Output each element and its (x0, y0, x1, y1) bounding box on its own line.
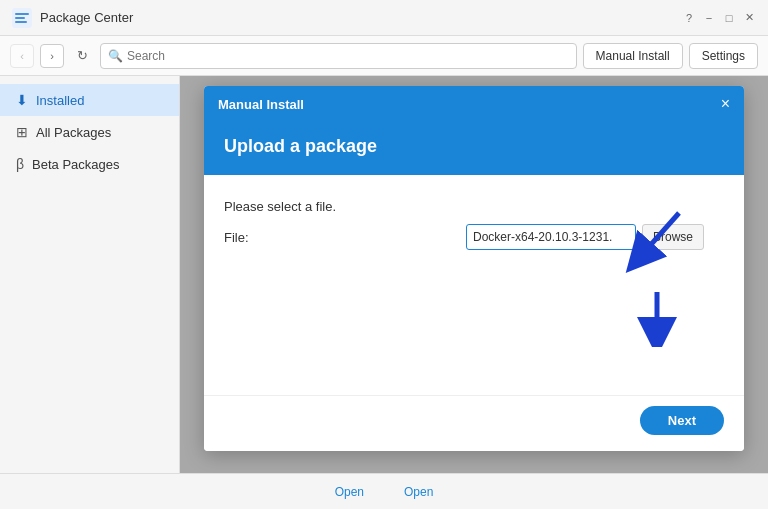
toolbar: ‹ › ↻ 🔍 Manual Install Settings (0, 36, 768, 76)
file-text-input[interactable] (466, 224, 636, 250)
bottom-link-1[interactable]: Open (335, 485, 364, 499)
sidebar-label-installed: Installed (36, 93, 84, 108)
search-input[interactable] (100, 43, 577, 69)
modal-title: Upload a package (224, 136, 724, 157)
refresh-button[interactable]: ↻ (70, 44, 94, 68)
select-file-label: Please select a file. (224, 199, 336, 214)
svg-rect-3 (15, 21, 27, 23)
grid-icon: ⊞ (16, 124, 28, 140)
sidebar-label-beta-packages: Beta Packages (32, 157, 119, 172)
app-title: Package Center (40, 10, 133, 25)
manual-install-modal: Manual Install × Upload a package (204, 86, 744, 451)
main-layout: ⬇ Installed ⊞ All Packages β Beta Packag… (0, 76, 768, 473)
modal-blue-header: Upload a package (204, 122, 744, 175)
file-row: File: Browse (224, 224, 724, 250)
beta-icon: β (16, 156, 24, 172)
title-bar-left: Package Center (12, 8, 133, 28)
help-button[interactable]: ? (682, 11, 696, 25)
content-area: Manual Install × Upload a package (180, 76, 768, 473)
title-bar: Package Center ? − □ ✕ (0, 0, 768, 36)
forward-button[interactable]: › (40, 44, 64, 68)
modal-close-button[interactable]: × (721, 96, 730, 112)
select-file-row: Please select a file. (224, 199, 724, 214)
modal-footer: Next (204, 395, 744, 451)
file-label: File: (224, 230, 284, 245)
back-button[interactable]: ‹ (10, 44, 34, 68)
download-icon: ⬇ (16, 92, 28, 108)
sidebar-label-all-packages: All Packages (36, 125, 111, 140)
window-controls: ? − □ ✕ (682, 11, 756, 25)
maximize-button[interactable]: □ (722, 11, 736, 25)
svg-rect-2 (15, 17, 25, 19)
next-button[interactable]: Next (640, 406, 724, 435)
modal-body: Please select a file. File: Browse (204, 175, 744, 395)
modal-header-title: Manual Install (218, 97, 304, 112)
modal-header-bar: Manual Install × (204, 86, 744, 122)
minimize-button[interactable]: − (702, 11, 716, 25)
sidebar-item-all-packages[interactable]: ⊞ All Packages (0, 116, 179, 148)
arrow-annotation-2 (632, 287, 682, 347)
browse-button[interactable]: Browse (642, 224, 704, 250)
file-input-wrapper: Browse (284, 224, 724, 250)
svg-rect-1 (15, 13, 29, 15)
sidebar-item-installed[interactable]: ⬇ Installed (0, 84, 179, 116)
manual-install-button[interactable]: Manual Install (583, 43, 683, 69)
sidebar: ⬇ Installed ⊞ All Packages β Beta Packag… (0, 76, 180, 473)
modal-overlay: Manual Install × Upload a package (180, 76, 768, 473)
sidebar-item-beta-packages[interactable]: β Beta Packages (0, 148, 179, 180)
bottom-bar: Open Open (0, 473, 768, 509)
search-wrapper: 🔍 (100, 43, 577, 69)
bottom-link-2[interactable]: Open (404, 485, 433, 499)
settings-button[interactable]: Settings (689, 43, 758, 69)
app-icon (12, 8, 32, 28)
close-button[interactable]: ✕ (742, 11, 756, 25)
